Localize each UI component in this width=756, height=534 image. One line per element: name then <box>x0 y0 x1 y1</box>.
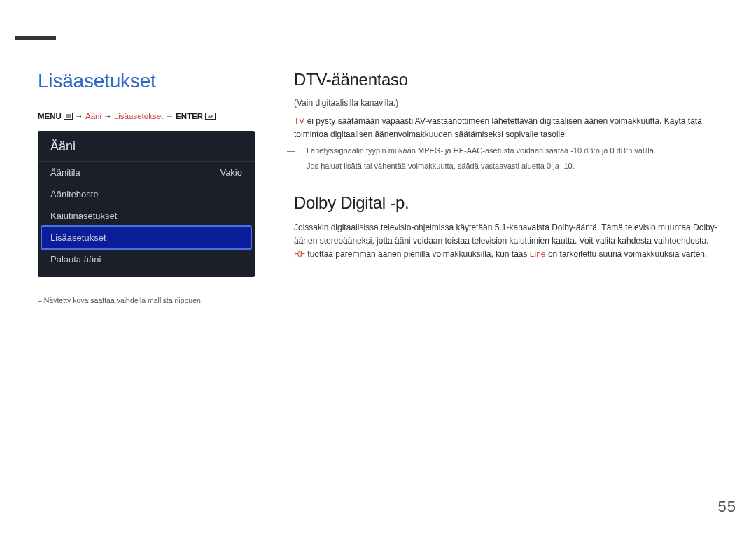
dtv-body-text: TV ei pysty säätämään vapaasti AV-vastaa… <box>294 115 718 141</box>
breadcrumb-aani: Ääni <box>85 112 102 120</box>
right-column: DTV-äänentaso (Vain digitaalisilla kanav… <box>294 70 718 304</box>
menu-item-value: Vakio <box>220 167 242 178</box>
line-label: Line <box>530 249 546 259</box>
menu-item-label: Äänitila <box>50 167 80 178</box>
dtv-note-1: ―Lähetyssignaalin tyypin mukaan MPEG- ja… <box>294 145 718 157</box>
dtv-digital-only-note: (Vain digitaalisilla kanavilla.) <box>294 98 718 108</box>
header-divider <box>15 45 741 45</box>
footnote-divider <box>38 290 150 290</box>
dtv-note-2: ―Jos haluat lisätä tai vähentää voimakku… <box>294 160 718 173</box>
breadcrumb-lisaasetukset: Lisäasetukset <box>114 112 163 120</box>
left-footnote: – Näytetty kuva saattaa vaihdella mallis… <box>38 296 255 304</box>
dolby-body-a: Joissakin digitaalisissa televisio-ohjel… <box>294 223 718 246</box>
dolby-body-b: tuottaa paremman äänen pienillä voimakku… <box>305 249 530 259</box>
header-accent-bar <box>15 36 56 40</box>
heading-dtv-audio-level: DTV-äänentaso <box>294 70 718 90</box>
rf-label: RF <box>294 249 305 259</box>
heading-dolby-digital: Dolby Digital -p. <box>294 193 718 213</box>
menu-item[interactable]: Palauta ääni <box>38 248 255 270</box>
footnote-dash: – <box>38 296 42 304</box>
page-content: Lisäasetukset MENU → Ääni → Lisäasetukse… <box>38 70 718 304</box>
menu-icon <box>64 113 73 121</box>
dtv-body-rest: ei pysty säätämään vapaasti AV-vastaanot… <box>294 116 702 139</box>
sound-menu-items: ÄänitilaVakioÄänitehosteKaiutinasetukset… <box>38 162 255 270</box>
menu-item-label: Palauta ääni <box>50 254 101 265</box>
breadcrumb-arrow: → <box>165 112 174 120</box>
menu-item-label: Kaiutinasetukset <box>50 211 117 221</box>
breadcrumb-arrow: → <box>75 112 83 120</box>
menu-item-label: Lisäasetukset <box>50 232 106 243</box>
tv-label: TV <box>294 116 304 126</box>
dolby-body-text: Joissakin digitaalisissa televisio-ohjel… <box>294 221 718 260</box>
enter-icon <box>205 113 216 121</box>
breadcrumb-arrow: → <box>104 112 112 120</box>
sound-menu-title: Ääni <box>38 131 255 162</box>
left-column: Lisäasetukset MENU → Ääni → Lisäasetukse… <box>38 70 255 304</box>
svg-rect-4 <box>206 113 216 119</box>
menu-item[interactable]: Lisäasetukset <box>42 227 251 248</box>
breadcrumb-enter-label: ENTER <box>176 112 203 120</box>
footnote-text: Näytetty kuva saattaa vaihdella mallista… <box>44 296 203 304</box>
sound-menu-panel: Ääni ÄänitilaVakioÄänitehosteKaiutinaset… <box>38 131 255 277</box>
menu-item[interactable]: Kaiutinasetukset <box>38 205 255 227</box>
menu-item[interactable]: ÄänitilaVakio <box>38 162 255 183</box>
page-title: Lisäasetukset <box>38 70 255 92</box>
menu-item-label: Äänitehoste <box>50 189 99 199</box>
dolby-body-c: on tarkoitettu suuria voimakkuuksia vart… <box>546 249 708 259</box>
page-number: 55 <box>718 498 736 516</box>
menu-item[interactable]: Äänitehoste <box>38 183 255 205</box>
breadcrumb: MENU → Ääni → Lisäasetukset → ENTER <box>38 112 255 121</box>
breadcrumb-menu-label: MENU <box>38 112 62 120</box>
